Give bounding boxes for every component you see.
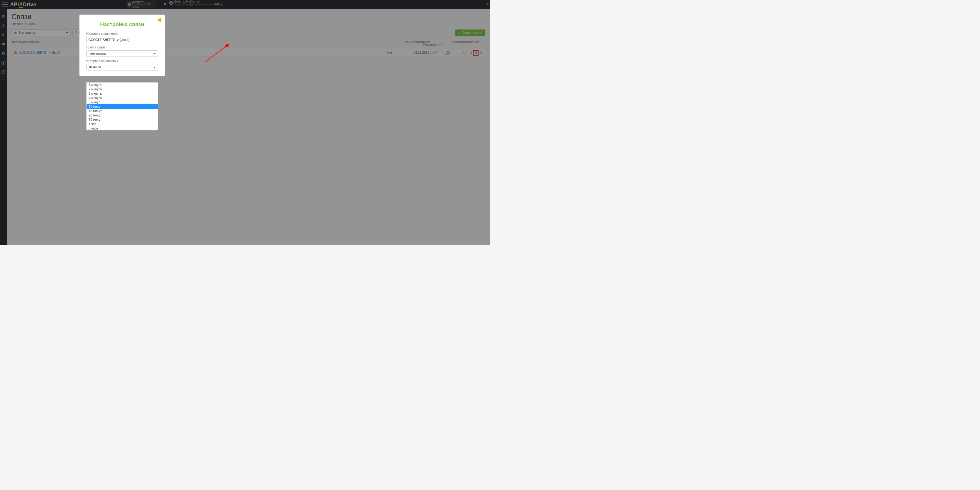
interval-option[interactable]: 2 минуты [87,87,158,91]
connection-settings-modal: ✖ Настройка связи Название соединения Гр… [80,14,165,76]
interval-option[interactable]: 1 час [87,122,158,126]
interval-select-value: 10 минут [88,65,101,69]
interval-option[interactable]: 20 минут [87,113,158,117]
modal-close-button[interactable]: ✖ [158,17,162,23]
interval-option[interactable]: 15 минут [87,109,158,113]
interval-option[interactable]: 30 минут [87,117,158,122]
group-select-value: - нет группы - [88,52,108,55]
interval-option[interactable]: 3 минуты [87,91,158,96]
interval-option[interactable]: 4 минуты [87,96,158,100]
interval-label: Интервал обновления [86,59,158,63]
interval-option[interactable]: 5 минут [87,100,158,104]
modal-title: Настройка связи [86,21,158,28]
interval-option[interactable]: 3 часа [87,126,158,131]
modal-overlay[interactable] [0,0,490,245]
group-label: Группа связи [86,46,158,49]
interval-dropdown-list: 1 минута2 минуты3 минуты4 минуты5 минут1… [86,82,158,131]
caret-down-icon [153,53,156,54]
name-input[interactable] [86,37,158,43]
interval-select[interactable]: 10 минут [86,64,158,70]
interval-option[interactable]: 10 минут [87,104,158,109]
group-select[interactable]: - нет группы - [86,50,158,57]
name-label: Название соединения [86,32,158,35]
interval-option[interactable]: 1 минута [87,83,158,87]
caret-down-icon [153,67,156,68]
